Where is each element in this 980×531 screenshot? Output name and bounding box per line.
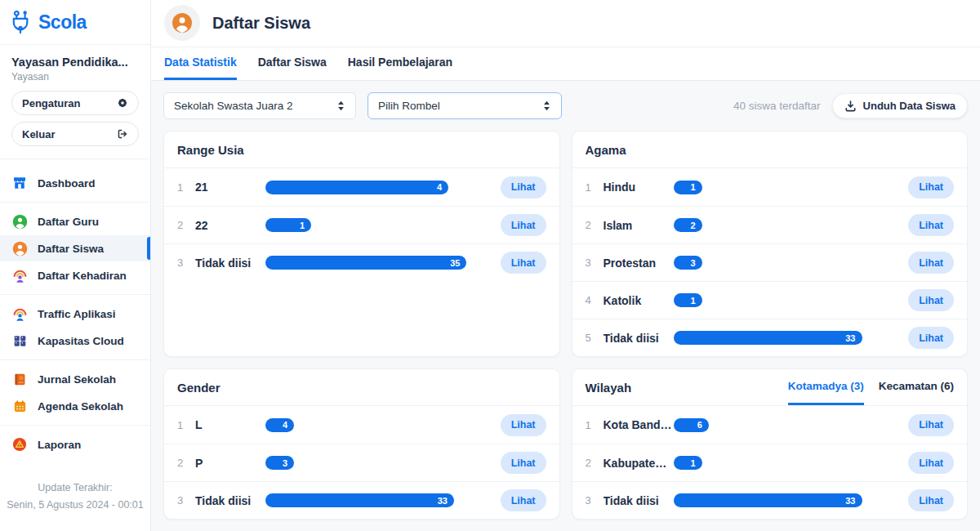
tab-data-statistik[interactable]: Data Statistik <box>164 47 237 80</box>
org-block: Yayasan Pendidika... Yayasan <box>0 45 150 91</box>
table-row: 1Kota Bandung6Lihat <box>572 406 968 444</box>
tab-daftar-siswa[interactable]: Daftar Siswa <box>258 47 327 80</box>
row-index: 3 <box>586 257 599 269</box>
wilayah-tab-kecamatan-6[interactable]: Kecamatan (6) <box>879 369 954 405</box>
app-window: Scola Yayasan Pendidika... Yayasan Penga… <box>0 0 980 531</box>
lihat-button[interactable]: Lihat <box>908 289 954 311</box>
lihat-button[interactable]: Lihat <box>908 414 954 436</box>
lihat-button[interactable]: Lihat <box>908 452 954 474</box>
sidebar-item-label: Kapasitas Cloud <box>38 335 124 347</box>
card-header-agama: Agama <box>572 132 968 168</box>
value-bar: 1 <box>674 181 702 194</box>
lihat-button[interactable]: Lihat <box>908 327 954 349</box>
lihat-button[interactable]: Lihat <box>501 252 546 274</box>
sidebar-item-jurnal-sekolah[interactable]: Jurnal Sekolah <box>0 366 150 392</box>
value-bar: 33 <box>674 331 862 345</box>
settings-button[interactable]: Pengaturan <box>11 91 139 115</box>
bar-value: 1 <box>690 296 695 306</box>
bar-value: 1 <box>300 221 305 230</box>
row-index: 3 <box>177 494 190 506</box>
sidebar-item-agenda-sekolah[interactable]: Agenda Sekolah <box>0 393 150 419</box>
card-header-wilayah: WilayahKotamadya (3)Kecamatan (6) <box>572 369 968 406</box>
table-row: 2Islam2Lihat <box>572 206 968 243</box>
table-row: 3Tidak diisi33Lihat <box>164 481 559 519</box>
row-label: Tidak diisi <box>195 494 265 507</box>
sidebar-item-daftar-guru[interactable]: Daftar Guru <box>0 208 150 234</box>
card-gender: Gender1L4Lihat2P3Lihat3Tidak diisi33Liha… <box>163 368 560 520</box>
table-row: 2P3Lihat <box>164 444 559 481</box>
table-row: 1L4Lihat <box>164 406 559 444</box>
row-label: Islam <box>604 219 674 232</box>
org-name: Yayasan Pendidika... <box>11 56 139 69</box>
lihat-button[interactable]: Lihat <box>501 414 546 436</box>
download-icon <box>844 100 857 112</box>
sidebar-item-kapasitas-cloud[interactable]: Kapasitas Cloud <box>0 328 150 354</box>
row-label: Tidak diisi <box>604 332 674 345</box>
bar-value: 2 <box>690 221 695 230</box>
page-title: Daftar Siswa <box>212 14 310 33</box>
tab-hasil-pembelajaran[interactable]: Hasil Pembelajaran <box>348 47 452 80</box>
lihat-button[interactable]: Lihat <box>501 489 546 511</box>
school-select-value: Sekolah Swasta Juara 2 <box>174 100 293 112</box>
main-area: Daftar Siswa Data StatistikDaftar SiswaH… <box>151 0 980 531</box>
content-area: Sekolah Swasta Juara 2 Pilih Rombel 40 s… <box>151 81 980 531</box>
value-bar: 1 <box>674 456 702 470</box>
sidebar-item-label: Daftar Kehadiran <box>38 270 127 282</box>
lihat-button[interactable]: Lihat <box>908 252 954 274</box>
sidebar-item-traffic-aplikasi[interactable]: Traffic Aplikasi <box>0 301 150 327</box>
sidebar-nav: DashboardDaftar GuruDaftar SiswaDaftar K… <box>0 165 150 458</box>
card-title-agama: Agama <box>586 143 626 157</box>
cloud-capacity-icon <box>11 334 28 348</box>
filter-bar: Sekolah Swasta Juara 2 Pilih Rombel 40 s… <box>163 92 968 119</box>
registered-count: 40 siswa terdaftar <box>733 100 821 112</box>
sidebar-item-daftar-kehadiran[interactable]: Daftar Kehadiran <box>0 262 150 288</box>
wilayah-tab-kotamadya-3[interactable]: Kotamadya (3) <box>788 369 864 405</box>
value-bar: 33 <box>265 493 454 507</box>
dashboard-icon <box>11 176 28 190</box>
bar-value: 4 <box>283 420 287 430</box>
lihat-button[interactable]: Lihat <box>908 489 954 511</box>
lihat-button[interactable]: Lihat <box>908 214 954 236</box>
row-index: 2 <box>586 219 599 231</box>
bar-track: 3 <box>674 256 902 270</box>
lihat-button[interactable]: Lihat <box>908 176 954 199</box>
card-title-wilayah: Wilayah <box>586 381 632 395</box>
school-select[interactable]: Sekolah Swasta Juara 2 <box>163 92 356 119</box>
card-range-usia: Range Usia1214Lihat2221Lihat3Tidak diisi… <box>163 131 560 357</box>
download-button[interactable]: Unduh Data Siswa <box>832 93 968 118</box>
student-icon <box>11 241 28 257</box>
sidebar-item-laporan[interactable]: Laporan <box>0 431 150 457</box>
stat-cards-grid: Range Usia1214Lihat2221Lihat3Tidak diisi… <box>163 131 968 520</box>
sidebar-item-daftar-siswa[interactable]: Daftar Siswa <box>0 235 150 261</box>
rombel-select[interactable]: Pilih Rombel <box>368 92 562 119</box>
row-label: Tidak diisi <box>604 494 674 507</box>
divider <box>0 425 150 426</box>
lihat-button[interactable]: Lihat <box>501 214 546 236</box>
row-label: Kota Bandung <box>604 418 674 431</box>
card-header-range-usia: Range Usia <box>164 132 559 168</box>
brand-name: Scola <box>38 11 87 33</box>
row-index: 3 <box>177 257 190 269</box>
bar-track: 3 <box>265 456 494 470</box>
row-index: 1 <box>586 419 599 431</box>
value-bar: 2 <box>674 218 702 232</box>
last-update: Update Terakhir: Senin, 5 Agustus 2024 -… <box>0 480 150 515</box>
row-label: L <box>195 418 265 431</box>
row-label: Katolik <box>604 294 674 307</box>
bar-value: 1 <box>690 182 695 192</box>
bar-value: 33 <box>845 333 855 343</box>
lihat-button[interactable]: Lihat <box>501 452 546 474</box>
sidebar: Scola Yayasan Pendidika... Yayasan Penga… <box>0 0 151 531</box>
rombel-select-value: Pilih Rombel <box>378 100 440 112</box>
bar-value: 3 <box>283 458 287 468</box>
bar-value: 6 <box>697 420 702 430</box>
logout-button[interactable]: Keluar <box>11 122 139 146</box>
row-label: P <box>195 457 265 470</box>
lihat-button[interactable]: Lihat <box>501 176 546 199</box>
table-row: 1214Lihat <box>164 168 559 206</box>
sidebar-item-dashboard[interactable]: Dashboard <box>0 170 150 196</box>
bar-track: 1 <box>674 293 902 307</box>
teacher-icon <box>11 214 28 230</box>
sidebar-item-label: Dashboard <box>38 177 96 190</box>
journal-icon <box>11 373 28 386</box>
